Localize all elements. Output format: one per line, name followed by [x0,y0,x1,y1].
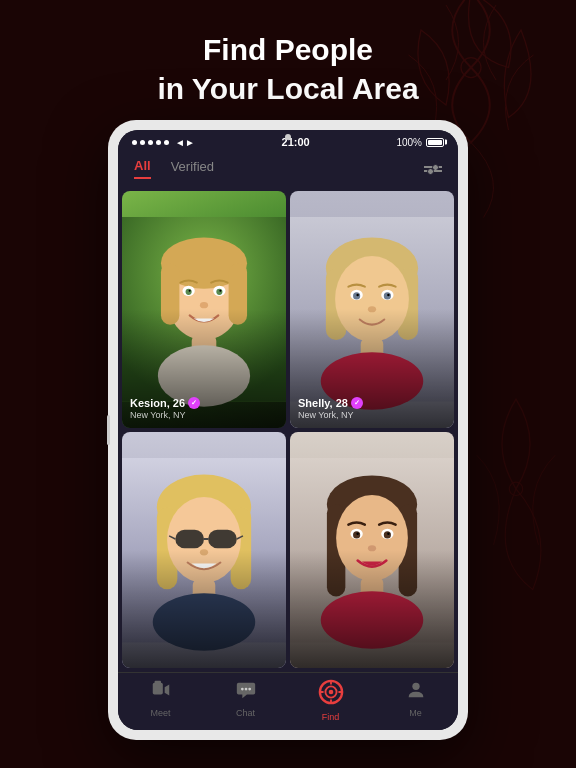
tablet-device: ◄► 21:00 100% All Verified [108,120,468,740]
svg-point-27 [384,292,391,299]
svg-point-61 [244,688,247,691]
svg-point-54 [384,531,391,538]
svg-point-21 [335,256,409,342]
svg-point-53 [353,531,360,538]
nav-chat[interactable]: Chat [203,679,288,722]
profile-name-shelly: Shelly, 28 ✓ [298,397,363,409]
bottom-nav: Meet Chat [118,672,458,730]
signal-dot-4 [156,140,161,145]
find-icon [318,679,344,710]
top-tab-bar: All Verified [118,152,458,187]
profile-location-shelly: New York, NY [298,410,363,420]
filter-line-1 [424,166,442,168]
headline-line2: in Your Local Area [157,72,418,105]
svg-point-30 [368,306,376,312]
svg-rect-38 [175,529,204,547]
svg-rect-7 [229,263,247,325]
svg-rect-22 [361,338,384,361]
svg-point-37 [153,593,256,650]
svg-point-60 [240,688,243,691]
svg-rect-39 [208,529,237,547]
wifi-icon: ◄► [175,137,195,148]
profile-card-shelly[interactable]: Shelly, 28 ✓ New York, NY [290,191,454,428]
signal-dot-5 [164,140,169,145]
signal-dot-3 [148,140,153,145]
svg-rect-8 [192,335,217,356]
chat-icon [235,679,257,706]
battery-icon [426,138,444,147]
profile-location-kesion: New York, NY [130,410,200,420]
svg-point-57 [368,545,376,551]
filter-line-2 [424,170,442,172]
me-icon [405,679,427,706]
profile-card-3[interactable] [122,432,286,669]
profiles-grid: Kesion, 26 ✓ New York, NY [118,187,458,672]
svg-point-48 [336,494,408,580]
svg-point-65 [328,690,333,695]
svg-point-50 [321,591,424,648]
svg-rect-49 [361,576,384,599]
svg-point-29 [387,294,389,296]
svg-point-56 [387,532,389,534]
svg-point-12 [186,289,192,295]
svg-rect-58 [152,683,162,695]
signal-indicators: ◄► [132,137,195,148]
profile-info-shelly: Shelly, 28 ✓ New York, NY [298,397,363,420]
svg-point-70 [412,683,419,690]
svg-point-62 [248,688,251,691]
profile-card-4[interactable] [290,432,454,669]
nav-chat-label: Chat [236,708,255,718]
svg-point-55 [356,532,358,534]
svg-rect-59 [154,681,160,684]
headline: Find People in Your Local Area [0,0,576,108]
filter-button[interactable] [424,166,442,172]
verified-badge-kesion: ✓ [188,397,200,409]
meet-icon [150,679,172,706]
tab-verified[interactable]: Verified [171,159,214,178]
svg-point-16 [200,302,208,308]
nav-me[interactable]: Me [373,679,458,722]
verified-badge-shelly: ✓ [351,397,363,409]
svg-point-14 [189,290,191,292]
profile-info-kesion: Kesion, 26 ✓ New York, NY [130,397,200,420]
nav-meet-label: Meet [150,708,170,718]
signal-dot-1 [132,140,137,145]
battery-fill [428,140,442,145]
battery-area: 100% [396,137,444,148]
svg-rect-36 [193,578,216,601]
tablet-screen: ◄► 21:00 100% All Verified [118,130,458,730]
nav-find-label: Find [322,712,340,722]
profile-name-kesion: Kesion, 26 ✓ [130,397,200,409]
svg-point-26 [353,292,360,299]
signal-dot-2 [140,140,145,145]
headline-line1: Find People [203,33,373,66]
svg-point-15 [219,290,221,292]
svg-rect-6 [161,263,179,325]
profile-card-kesion[interactable]: Kesion, 26 ✓ New York, NY [122,191,286,428]
tab-options: All Verified [134,158,214,179]
nav-me-label: Me [409,708,422,718]
nav-find[interactable]: Find [288,679,373,722]
battery-percent: 100% [396,137,422,148]
tab-all[interactable]: All [134,158,151,179]
nav-meet[interactable]: Meet [118,679,203,722]
svg-point-28 [356,294,358,296]
svg-point-43 [200,549,208,555]
svg-point-13 [216,289,222,295]
